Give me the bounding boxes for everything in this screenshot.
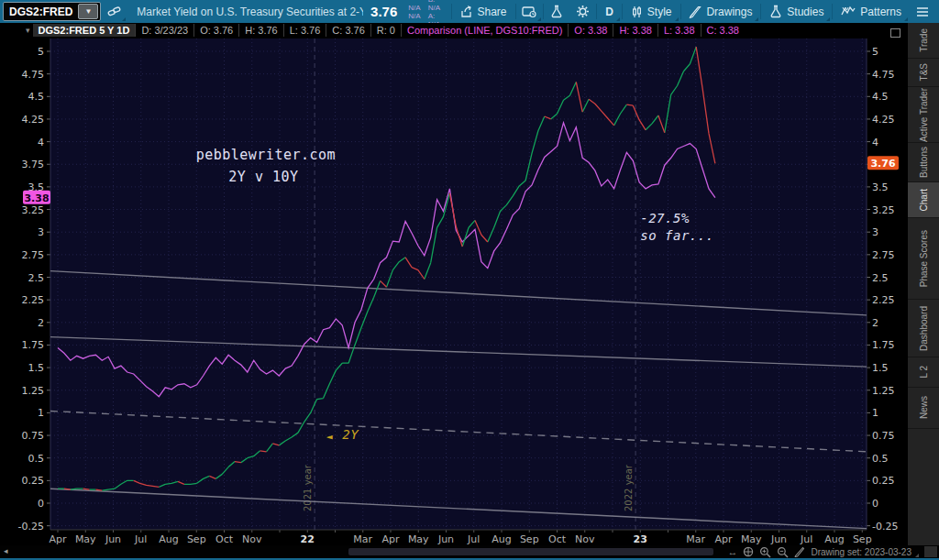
y-axis-label-left: 5 — [38, 46, 44, 58]
tab-news[interactable]: News — [908, 388, 939, 429]
y-axis-label-right: 3.25 — [872, 204, 895, 216]
x-axis-label: Apr — [714, 533, 733, 545]
x-axis-label: Sep — [853, 533, 872, 545]
fit-width-icon[interactable]: ↔ — [727, 546, 737, 557]
chart-menu-button[interactable] — [910, 0, 935, 23]
y-axis-label-right: 0 — [872, 498, 878, 510]
change-bottom: N/A — [408, 12, 420, 20]
y-axis-label-left: 2.5 — [28, 272, 45, 284]
chart-annotation: ◄ — [326, 431, 333, 443]
y-axis-label-right: 3 — [872, 226, 878, 238]
tab-phase-scores[interactable]: Phase Scores — [908, 218, 939, 300]
tab-buttons[interactable]: Buttons — [908, 143, 939, 182]
y-axis-label-left: 3 — [38, 226, 44, 238]
patterns-label: Patterns — [860, 5, 901, 18]
patterns-button[interactable]: Patterns — [833, 0, 910, 23]
link-symbol-button[interactable] — [101, 0, 127, 23]
y-axis-label-left: 4 — [38, 137, 44, 148]
chart-h-scrollbar-thumb[interactable] — [348, 548, 713, 555]
y-axis-label-left: -0.25 — [18, 521, 44, 533]
x-axis-label: Sep — [520, 533, 539, 545]
y-axis-label-right: 3.5 — [872, 181, 889, 193]
symbol-dropdown-button[interactable]: ▼ — [78, 4, 98, 19]
chevron-down-icon: ▼ — [84, 7, 92, 16]
x-axis-label: Jun — [437, 533, 454, 545]
y-axis-label-right: 1.25 — [872, 385, 895, 397]
chart-annotation: 2Y — [342, 427, 359, 442]
studies-label: Studies — [787, 5, 823, 18]
zoom-out-icon[interactable] — [777, 546, 789, 558]
price-chart[interactable]: 554.754.754.54.54.254.25443.753.753.53.5… — [0, 23, 908, 545]
y-axis-label-right: 1 — [872, 407, 878, 419]
pan-icon[interactable] — [743, 546, 754, 557]
chart-panel: ▾ DGS2:FRED 5 Y 1D D: 3/23/23 O: 3.76 H:… — [0, 23, 908, 545]
analysis-tools-button[interactable] — [544, 0, 569, 23]
y-axis-label-left: 4.25 — [22, 114, 45, 126]
scroll-left-icon[interactable]: ◂ — [4, 546, 8, 555]
tab-level2[interactable]: L 2 — [908, 357, 939, 388]
chart-annotation: so far... — [640, 228, 713, 243]
bid-value: B: N/A — [428, 0, 447, 12]
chart-symbol-timeframe: DGS2:FRED 5 Y 1D — [33, 24, 136, 37]
y-axis-label-right: 2 — [872, 317, 878, 329]
y-axis-label-right: 2.75 — [872, 249, 895, 261]
x-axis-label: Apr — [381, 533, 400, 545]
style-button[interactable]: Style — [623, 0, 680, 23]
x-axis-label: Mar — [353, 533, 372, 545]
y-axis-label-right: 0.5 — [872, 453, 889, 465]
trading-platform-window: DGS2:FRED ▼ Market Yield on U.S. Treasur… — [0, 0, 939, 560]
comparison-high: H: 3.38 — [613, 24, 657, 37]
y-axis-label-right: 0.75 — [872, 430, 895, 442]
y-axis-label-left: 2.25 — [22, 294, 45, 306]
collapse-header-icon[interactable]: ▾ — [26, 26, 30, 35]
y-axis-label-left: 3.25 — [22, 204, 45, 216]
studies-flask-icon — [769, 5, 782, 18]
right-sidebar-tabs: Trade T&S Active Trader Buttons Chart Ph… — [908, 23, 939, 545]
zoom-in-icon[interactable] — [759, 546, 771, 558]
x-axis-label: May — [75, 533, 96, 545]
timeframe-label: D — [605, 5, 613, 18]
studies-button[interactable]: Studies — [761, 0, 832, 23]
y-axis-label-left: 4.5 — [28, 91, 45, 103]
symbol-input[interactable]: DGS2:FRED ▼ — [3, 2, 101, 21]
x-axis-label: Apr — [49, 533, 67, 545]
y-axis-label-left: 3.75 — [22, 159, 45, 170]
chart-settings-button[interactable] — [569, 0, 596, 23]
y-axis-label-left: 0.5 — [28, 453, 45, 465]
ohlc-header: ▾ DGS2:FRED 5 Y 1D D: 3/23/23 O: 3.76 H:… — [26, 23, 745, 38]
x-axis-label: May — [741, 533, 762, 545]
x-axis-label: 23 — [634, 533, 647, 545]
y-axis-label-left: 1 — [38, 407, 44, 419]
bottom-status-bar: ◂ ↔ Drawing set: 2023-03-23 — [0, 545, 939, 560]
tab-time-and-sales[interactable]: T&S — [908, 59, 939, 87]
y-axis-label-right: 2.5 — [872, 272, 889, 284]
tab-active-trader[interactable]: Active Trader — [908, 87, 939, 143]
tab-dashboard[interactable]: Dashboard — [908, 300, 939, 357]
share-label: Share — [478, 5, 507, 18]
y-axis-label-right: 4.5 — [872, 91, 889, 103]
year-separator-label: 2021 year — [303, 464, 313, 511]
x-axis-label: 22 — [301, 533, 315, 545]
tab-trade[interactable]: Trade — [908, 23, 939, 59]
draw-icon[interactable] — [794, 546, 805, 557]
share-button[interactable]: Share — [452, 0, 515, 23]
resize-grip[interactable] — [924, 546, 937, 557]
flexible-grid-button[interactable] — [515, 0, 543, 23]
image-clock-icon — [522, 5, 536, 18]
drawings-button[interactable]: Drawings — [680, 0, 760, 23]
gear-icon — [576, 5, 590, 18]
svg-text:3.76: 3.76 — [870, 158, 895, 170]
chart-annotation: 2Y v 10Y — [228, 169, 298, 185]
timeframe-button[interactable]: D — [597, 0, 622, 23]
maximize-chart-icon[interactable] — [890, 28, 900, 38]
x-axis-label: Aug — [492, 533, 511, 545]
x-axis-label: Sep — [187, 533, 206, 545]
x-axis-label: May — [408, 533, 429, 545]
ohlc-close: C: 3.76 — [326, 24, 370, 37]
svg-text:3.38: 3.38 — [24, 192, 49, 204]
y-axis-label-left: 1.5 — [28, 362, 45, 374]
top-toolbar: DGS2:FRED ▼ Market Yield on U.S. Treasur… — [0, 0, 939, 23]
drawing-set-selector[interactable]: Drawing set: 2023-03-23 — [811, 547, 919, 557]
tab-chart[interactable]: Chart — [908, 182, 939, 218]
symbol-value: DGS2:FRED — [4, 5, 78, 18]
